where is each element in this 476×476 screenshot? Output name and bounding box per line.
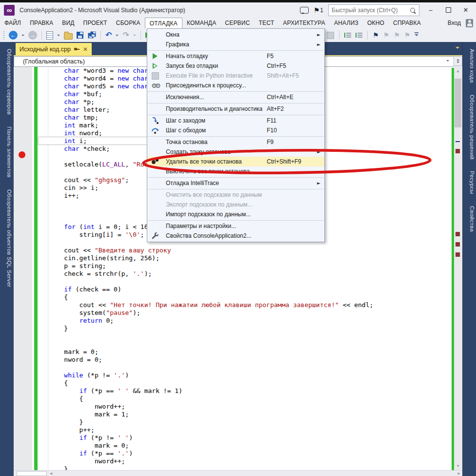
tab-source-file[interactable]: Исходный код.cpp ✕: [16, 43, 92, 55]
save-button[interactable]: [76, 30, 84, 41]
menubar-item-архитектура[interactable]: АРХИТЕКТУРА: [278, 18, 330, 28]
menu-item[interactable]: Точка остановаF9: [147, 137, 324, 147]
menu-item[interactable]: Свойства ConsoleApplication2...: [147, 231, 324, 241]
menubar-item-файл[interactable]: ФАЙЛ: [0, 18, 25, 28]
disabled-tool-button: [326, 30, 335, 41]
save-all-button[interactable]: [86, 30, 97, 41]
user-avatar[interactable]: [466, 19, 473, 27]
menu-item[interactable]: Производительность и диагностикаAlt+F2: [147, 104, 324, 114]
menubar-item-анализ[interactable]: АНАЛИЗ: [330, 18, 363, 28]
play-icon: [153, 53, 158, 59]
splitter-handle[interactable]: ⇕: [454, 56, 462, 66]
sidebar-tab-right[interactable]: Свойства: [464, 201, 475, 237]
menubar-item-справка[interactable]: СПРАВКА: [389, 18, 425, 28]
menu-item[interactable]: Параметры и настройки...: [147, 221, 324, 231]
window-title: ConsoleApplication2 - Microsoft Visual S…: [20, 7, 185, 14]
toolbar-grip-icon[interactable]: [3, 31, 5, 40]
menu-item[interactable]: Начать отладкуF5: [147, 51, 324, 61]
menu-item-label: Свойства ConsoleApplication2...: [166, 232, 251, 239]
dropdown-button[interactable]: [56, 30, 61, 41]
menubar-item-окно[interactable]: ОКНО: [363, 18, 389, 28]
code-line: nword = 0;: [49, 356, 373, 364]
scrollbar-thumb[interactable]: [455, 79, 461, 127]
maximize-button[interactable]: [442, 5, 455, 15]
menu-item-shortcut: Ctrl+F5: [267, 62, 321, 69]
menubar: ФАЙЛПРАВКАВИДПРОЕКТСБОРКАОТЛАДКАКОМАНДАС…: [0, 18, 476, 28]
code-line: if (*p == '.'): [49, 450, 373, 457]
menubar-item-вид[interactable]: ВИД: [58, 18, 79, 28]
scroll-up-icon[interactable]: ▲: [454, 67, 462, 75]
menu-item[interactable]: Импорт подсказок по данным...: [147, 209, 324, 219]
scroll-right-icon[interactable]: ▶: [458, 472, 460, 476]
scrollbar-box[interactable]: [17, 471, 47, 476]
scroll-left-icon[interactable]: ◀: [50, 472, 52, 476]
close-button[interactable]: ✕: [459, 5, 472, 15]
vs-window: ∞ ConsoleApplication2 - Microsoft Visual…: [0, 0, 476, 476]
vertical-scrollbar[interactable]: ⇕ ▲ ▼: [454, 56, 462, 470]
sidebar-tab-right[interactable]: Обозреватель решений: [464, 90, 475, 165]
menubar-item-сборка[interactable]: СБОРКА: [112, 18, 145, 28]
navigate-back-button[interactable]: ←: [8, 30, 19, 41]
sign-in-link[interactable]: Вход: [448, 20, 461, 26]
menubar-item-тест[interactable]: ТЕСТ: [255, 18, 279, 28]
pin-icon[interactable]: [74, 46, 79, 52]
breakpoint-dot[interactable]: [19, 151, 25, 158]
code-line: p++;: [49, 426, 373, 434]
menu-item[interactable]: Шаг с обходомF10: [147, 125, 324, 135]
menu-item[interactable]: Окна►: [147, 30, 324, 40]
delete-breakpoints-icon: [151, 158, 159, 166]
dropdown-button-disabled: [132, 30, 137, 41]
menubar-item-сервис[interactable]: СЕРВИС: [220, 18, 254, 28]
scrollbar-mark-breakpoint: [456, 232, 460, 236]
feedback-icon[interactable]: [300, 7, 309, 14]
toolbar-separator: [367, 31, 368, 40]
menubar-item-правка[interactable]: ПРАВКА: [25, 18, 58, 28]
menubar-item-команда[interactable]: КОМАНДА: [182, 18, 220, 28]
open-file-button[interactable]: [63, 30, 74, 41]
menu-item[interactable]: Выключить все точки останова: [147, 166, 324, 176]
horizontal-scrollbar[interactable]: ◀ ▶: [14, 470, 462, 476]
menu-item[interactable]: Исключения...Ctrl+Alt+E: [147, 92, 324, 102]
scrollbar-track[interactable]: [454, 76, 462, 461]
menubar-item-проект[interactable]: ПРОЕКТ: [79, 18, 112, 28]
menu-item[interactable]: Запуск без отладкиCtrl+F5: [147, 61, 324, 71]
menu-item-delete-all-breakpoints[interactable]: Удалить все точки остановаCtrl+Shift+F9: [147, 157, 324, 166]
toolbar-overflow-button[interactable]: [414, 30, 419, 41]
close-tab-icon[interactable]: ✕: [83, 46, 88, 52]
titlebar: ∞ ConsoleApplication2 - Microsoft Visual…: [0, 2, 476, 18]
menu-item[interactable]: ⚙⚙Присоединиться к процессу...: [147, 81, 324, 90]
sidebar-tab-left[interactable]: Обозреватель серверов: [1, 44, 12, 120]
document-list-dropdown-icon[interactable]: [456, 47, 459, 51]
menu-item[interactable]: Отладка IntelliTrace►: [147, 178, 324, 188]
code-line: p = string;: [49, 262, 373, 270]
sidebar-tab-right[interactable]: Ресурсы: [464, 166, 475, 199]
scope-dropdown[interactable]: (Глобальная область): [14, 58, 85, 65]
menu-item-label: Присоединиться к процессу...: [166, 82, 246, 89]
sidebar-tab-right[interactable]: Анализ кода: [464, 44, 475, 88]
sidebar-tab-left[interactable]: Панель элементов: [1, 122, 12, 183]
dropdown-button[interactable]: [20, 30, 25, 41]
sidebar-tab-left[interactable]: Обозреватель объектов SQL Server: [1, 185, 12, 292]
code-line: check = strchr(p, '.');: [49, 270, 373, 278]
toolbar-separator: [140, 31, 141, 40]
scroll-down-icon[interactable]: ▼: [454, 462, 462, 470]
navigate-forward-button[interactable]: →: [27, 30, 38, 41]
toggle-bookmark-button[interactable]: ⚑: [372, 30, 380, 41]
search-input[interactable]: [329, 7, 410, 14]
comment-lines-button[interactable]: [343, 30, 352, 41]
dropdown-button[interactable]: [115, 30, 119, 41]
uncomment-lines-button[interactable]: [355, 30, 363, 41]
toolbar-separator: [41, 31, 42, 40]
breakpoint-margin[interactable]: [14, 67, 32, 470]
new-file-button[interactable]: [45, 30, 54, 41]
search-icon: [410, 8, 415, 13]
menu-item[interactable]: Создать точку останова►: [147, 147, 324, 157]
menu-item[interactable]: Графика►: [147, 40, 324, 49]
undo-button[interactable]: ↶: [104, 30, 113, 41]
minimize-button[interactable]: –: [424, 5, 437, 15]
notifications-flag[interactable]: ⚑ 1: [314, 6, 323, 14]
scope-dropdown-icon[interactable]: [446, 60, 449, 63]
menubar-item-отладка[interactable]: ОТЛАДКА: [145, 18, 182, 28]
menu-item[interactable]: Шаг с заходомF11: [147, 116, 324, 125]
quick-launch-search[interactable]: [328, 4, 419, 16]
